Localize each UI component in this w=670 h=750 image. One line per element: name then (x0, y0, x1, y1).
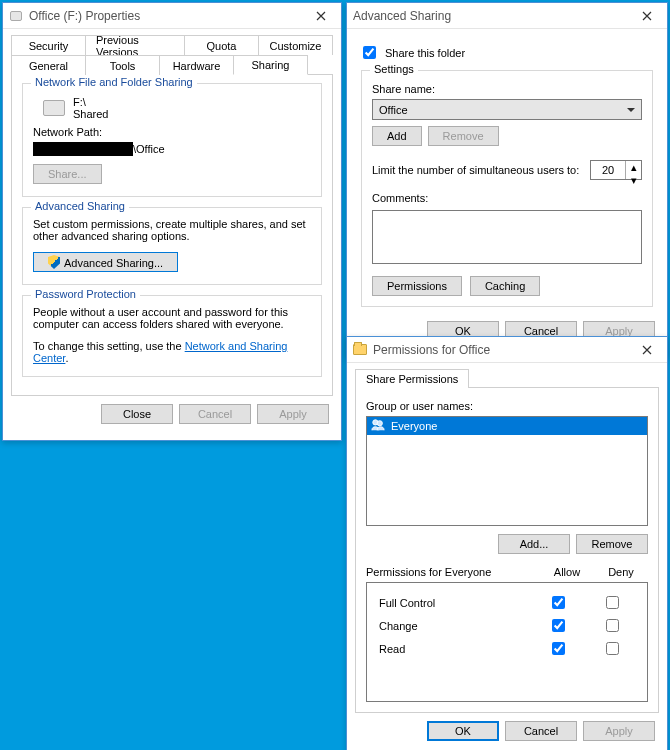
share-name-select[interactable]: Office (372, 99, 642, 120)
close-icon[interactable] (627, 3, 667, 28)
share-this-folder-row[interactable]: Share this folder (359, 43, 655, 62)
folder-icon (353, 343, 367, 357)
link-post: . (65, 352, 68, 364)
allow-full-control-checkbox[interactable] (552, 596, 565, 609)
drive-name: F:\ (73, 96, 108, 108)
group-advanced-sharing: Advanced Sharing Set custom permissions,… (22, 207, 322, 285)
remove-share-button[interactable]: Remove (428, 126, 499, 146)
deny-read-checkbox[interactable] (606, 642, 619, 655)
advanced-sharing-window: Advanced Sharing Share this folder Setti… (346, 2, 668, 358)
permissions-title: Permissions for Office (373, 343, 627, 357)
list-item-label: Everyone (391, 420, 437, 432)
shield-icon (48, 255, 60, 269)
share-button[interactable]: Share... (33, 164, 102, 184)
tab-previous-versions[interactable]: Previous Versions (85, 35, 185, 55)
drive-status: Shared (73, 108, 108, 120)
advanced-sharing-button[interactable]: Advanced Sharing... (33, 252, 178, 272)
group-legend: Password Protection (31, 288, 140, 300)
chevron-up-icon[interactable]: ▴ (626, 161, 641, 174)
group-legend: Network File and Folder Sharing (31, 76, 197, 88)
tab-general[interactable]: General (11, 55, 86, 75)
apply-button[interactable]: Apply (257, 404, 329, 424)
drive-icon (9, 9, 23, 23)
comments-label: Comments: (372, 192, 642, 204)
permissions-table: Full Control Change Read (366, 582, 648, 702)
add-user-button[interactable]: Add... (498, 534, 570, 554)
group-legend: Advanced Sharing (31, 200, 129, 212)
properties-titlebar[interactable]: Office (F:) Properties (3, 3, 341, 29)
network-path-suffix: \Office (133, 143, 165, 155)
advanced-sharing-text: Set custom permissions, create multiple … (33, 218, 311, 242)
spinner-arrows[interactable]: ▴▾ (625, 161, 641, 179)
list-item[interactable]: Everyone (367, 417, 647, 435)
tab-security[interactable]: Security (11, 35, 86, 55)
close-icon[interactable] (627, 337, 667, 362)
tab-hardware[interactable]: Hardware (159, 55, 234, 75)
limit-users-label: Limit the number of simultaneous users t… (372, 164, 579, 176)
group-network-sharing: Network File and Folder Sharing F:\ Shar… (22, 83, 322, 197)
tab-share-permissions[interactable]: Share Permissions (355, 369, 469, 388)
properties-title: Office (F:) Properties (29, 9, 301, 23)
add-share-button[interactable]: Add (372, 126, 422, 146)
col-deny: Deny (594, 566, 648, 578)
perm-label: Full Control (375, 597, 531, 609)
advanced-sharing-button-label: Advanced Sharing... (64, 257, 163, 269)
users-listbox[interactable]: Everyone (366, 416, 648, 526)
caching-button[interactable]: Caching (470, 276, 540, 296)
tab-quota[interactable]: Quota (184, 35, 259, 55)
perm-label: Read (375, 643, 531, 655)
table-row: Change (375, 616, 639, 635)
network-path-label: Network Path: (33, 126, 311, 138)
link-pre: To change this setting, use the (33, 340, 185, 352)
sharing-panel: Network File and Folder Sharing F:\ Shar… (11, 74, 333, 396)
svg-point-1 (377, 421, 382, 426)
password-link-line: To change this setting, use the Network … (33, 340, 311, 364)
drive-icon (43, 100, 65, 116)
share-permissions-panel: Group or user names: Everyone Add... Rem… (355, 387, 659, 713)
advanced-sharing-titlebar[interactable]: Advanced Sharing (347, 3, 667, 29)
advanced-sharing-title: Advanced Sharing (353, 9, 627, 23)
share-name-value: Office (379, 104, 408, 116)
cancel-button[interactable]: Cancel (179, 404, 251, 424)
permissions-button[interactable]: Permissions (372, 276, 462, 296)
close-icon[interactable] (301, 3, 341, 28)
properties-window: Office (F:) Properties Security Previous… (2, 2, 342, 441)
remove-user-button[interactable]: Remove (576, 534, 648, 554)
permissions-window: Permissions for Office Share Permissions… (346, 336, 668, 750)
col-allow: Allow (540, 566, 594, 578)
perm-label: Change (375, 620, 531, 632)
ok-button[interactable]: OK (427, 721, 499, 741)
table-row: Full Control (375, 593, 639, 612)
settings-legend: Settings (370, 63, 418, 75)
share-name-label: Share name: (372, 83, 642, 95)
deny-full-control-checkbox[interactable] (606, 596, 619, 609)
groups-label: Group or user names: (366, 400, 648, 412)
tab-sharing[interactable]: Sharing (233, 55, 308, 75)
group-password-protection: Password Protection People without a use… (22, 295, 322, 377)
deny-change-checkbox[interactable] (606, 619, 619, 632)
permissions-titlebar[interactable]: Permissions for Office (347, 337, 667, 363)
share-this-folder-checkbox[interactable] (363, 46, 376, 59)
redacted-path (33, 142, 133, 156)
permissions-for-label: Permissions for Everyone (366, 566, 540, 578)
limit-users-stepper[interactable]: ▴▾ (590, 160, 642, 180)
table-row: Read (375, 639, 639, 658)
settings-group: Settings Share name: Office Add Remove L… (361, 70, 653, 307)
tab-tools[interactable]: Tools (85, 55, 160, 75)
network-path-value: \Office (33, 142, 311, 156)
close-button[interactable]: Close (101, 404, 173, 424)
cancel-button[interactable]: Cancel (505, 721, 577, 741)
apply-button[interactable]: Apply (583, 721, 655, 741)
password-protection-text: People without a user account and passwo… (33, 306, 311, 330)
comments-input[interactable] (372, 210, 642, 264)
chevron-down-icon[interactable]: ▾ (626, 174, 641, 187)
tab-customize[interactable]: Customize (258, 35, 333, 55)
allow-change-checkbox[interactable] (552, 619, 565, 632)
share-this-folder-label: Share this folder (385, 47, 465, 59)
allow-read-checkbox[interactable] (552, 642, 565, 655)
users-icon (371, 418, 385, 434)
limit-users-input[interactable] (591, 161, 625, 179)
